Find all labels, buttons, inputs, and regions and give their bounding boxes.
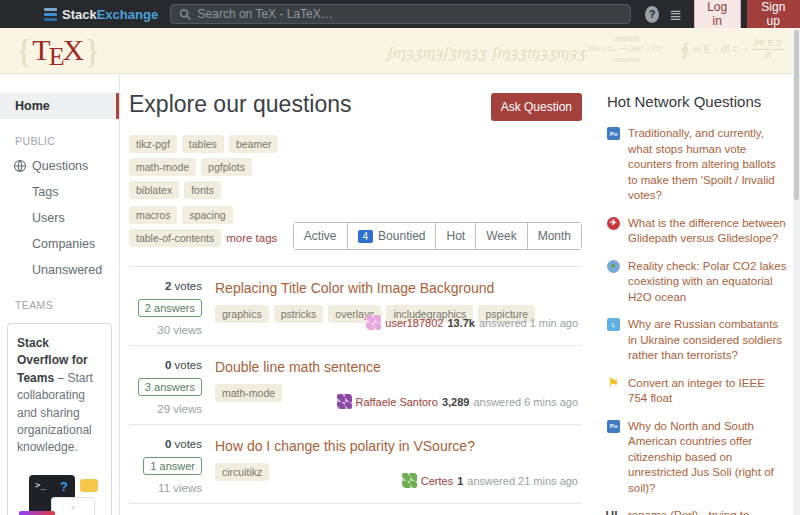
hot-question-item: UL rename (Perl) - trying to renumber a … — [607, 508, 787, 515]
main-column: Explore our questions Ask Question tikz-… — [120, 75, 592, 515]
user-link[interactable]: user187802 — [385, 317, 443, 329]
sidebar-item-unanswered[interactable]: Unanswered — [0, 257, 119, 283]
hot-question-link[interactable]: Why are Russian combatants in Ukraine co… — [628, 317, 787, 364]
question-row: 0 votes 0 answers 24 views Absence of ar… — [129, 504, 582, 515]
header-script-decoration: ʃɱȝʒɱȝʃʒɱȝʒ ʃɱȝʒɱȝʒɱȝʒ — [388, 44, 587, 61]
hot-question-item: ✈ What is the difference between Glidepa… — [607, 216, 787, 247]
hot-network-title: Hot Network Questions — [607, 93, 787, 110]
tex-site-logo[interactable]: {TEX} — [16, 32, 101, 70]
vote-count: 0 votes — [129, 438, 202, 450]
sidebar-item-questions[interactable]: Questions — [0, 153, 119, 179]
filter-week[interactable]: Week — [475, 223, 526, 249]
politics-icon: Po — [607, 420, 620, 433]
hot-question-link[interactable]: What is the difference between Glidepath… — [628, 216, 787, 247]
tag-pill[interactable]: spacing — [182, 206, 232, 224]
tag-pill[interactable]: tables — [182, 135, 224, 153]
user-link[interactable]: Raffaele Santoro — [356, 396, 438, 408]
page-content: Home PUBLIC Questions Tags Users Compani… — [0, 75, 793, 515]
question-attribution: Certes 1 answered 21 mins ago — [402, 473, 578, 488]
user-reputation: 13.7k — [447, 317, 475, 329]
answer-count: 1 answer — [143, 457, 202, 475]
tag-pill[interactable]: circuitikz — [215, 463, 269, 481]
view-count: 29 views — [129, 403, 202, 415]
question-row: 0 votes 1 answer 11 views How do I chang… — [129, 425, 582, 504]
filter-bountied[interactable]: 4Bountied — [347, 223, 436, 249]
sidebar-item-tags[interactable]: Tags — [0, 179, 119, 205]
user-avatar[interactable] — [337, 394, 352, 409]
tag-pill[interactable]: pgfplots — [201, 158, 252, 176]
tag-pill[interactable]: tikz-pgf — [129, 135, 177, 153]
sidebar-section-teams: TEAMS — [0, 283, 119, 317]
filter-month[interactable]: Month — [527, 223, 581, 249]
hot-question-link[interactable]: Traditionally, and currently, what stops… — [628, 126, 787, 204]
vote-count: 0 votes — [129, 359, 202, 371]
checklist-card-icon: ▲ ✓ ▼ — [51, 497, 95, 515]
activity-timestamp: answered 21 mins ago — [467, 475, 578, 487]
hot-question-link[interactable]: Convert an integer to IEEE 754 float — [628, 376, 787, 407]
page-title: Explore our questions — [129, 91, 351, 118]
user-link[interactable]: Certes — [421, 475, 453, 487]
activity-timestamp: answered 6 mins ago — [473, 396, 578, 408]
hot-question-link[interactable]: Why do North and South American countrie… — [628, 419, 787, 497]
question-list: 2 votes 2 answers 30 views Replacing Tit… — [129, 266, 582, 515]
tag-pill[interactable]: fonts — [184, 181, 221, 199]
left-sidebar: Home PUBLIC Questions Tags Users Compani… — [0, 75, 120, 515]
sidebar-item-companies[interactable]: Companies — [0, 231, 119, 257]
tag-row-1: tikz-pgftablesbeamermath-modepgfplotsbib… — [129, 135, 293, 199]
teams-promo-card: Stack Overflow for Teams – Start collabo… — [7, 323, 112, 515]
filter-active[interactable]: Active — [294, 223, 347, 249]
filter-hot[interactable]: Hot — [435, 223, 475, 249]
sidebar-item-label: Unanswered — [32, 263, 102, 277]
view-count: 30 views — [129, 324, 202, 336]
question-title-link[interactable]: Replacing Title Color with Image Backgro… — [215, 280, 578, 297]
teams-illustration: >_ ? ▲ ✓ ▼ Free — [17, 465, 102, 515]
sidebar-item-users[interactable]: Users — [0, 205, 119, 231]
scrollbar-thumb[interactable] — [794, 30, 799, 200]
help-icon[interactable]: ? — [645, 6, 659, 23]
hot-question-link[interactable]: rename (Perl) - trying to renumber a lis… — [628, 508, 787, 515]
hot-list: Po Traditionally, and currently, what st… — [607, 126, 787, 515]
hot-question-link[interactable]: Reality check: Polar CO2 lakes coexistin… — [628, 259, 787, 306]
tag-pill[interactable]: macros — [129, 206, 177, 224]
tag-pill[interactable]: biblatex — [129, 181, 179, 199]
sidebar-item-label: Tags — [32, 185, 58, 199]
top-bar: StackExchange ? ≣ Log in Sign up — [0, 0, 800, 28]
tag-pill[interactable]: math-mode — [215, 384, 282, 402]
aviation-icon: ✈ — [607, 217, 620, 230]
search-icon — [179, 8, 191, 21]
view-count: 11 views — [129, 482, 202, 494]
tag-pill[interactable]: math-mode — [129, 158, 196, 176]
vote-count: 2 votes — [129, 280, 202, 292]
sidebar-item-label: Questions — [32, 159, 88, 173]
politics-icon: Po — [607, 127, 620, 140]
user-avatar[interactable] — [366, 315, 381, 330]
stackexchange-logo[interactable]: StackExchange — [44, 7, 158, 22]
more-tags-link[interactable]: more tags — [226, 232, 277, 244]
question-title-link[interactable]: How do I change this polarity in VSource… — [215, 438, 578, 455]
activity-timestamp: answered 1 min ago — [479, 317, 578, 329]
search-bar[interactable] — [170, 4, 631, 24]
question-title-link[interactable]: Double line math sentence — [215, 359, 578, 376]
question-stats: 0 votes 1 answer 11 views — [129, 438, 215, 494]
sidebar-item-home[interactable]: Home — [0, 93, 119, 119]
search-input[interactable] — [198, 7, 623, 21]
filter-tabs: Active 4Bountied Hot Week Month — [293, 222, 582, 250]
question-attribution: user187802 13.7k answered 1 min ago — [366, 315, 578, 330]
tag-pill[interactable]: beamer — [229, 135, 279, 153]
communities-icon[interactable]: ≣ — [669, 7, 682, 22]
question-stats: 2 votes 2 answers 30 views — [129, 280, 215, 336]
bountied-count-badge: 4 — [358, 230, 374, 243]
tag-pill[interactable]: table-of-contents — [129, 229, 221, 247]
user-avatar[interactable] — [402, 473, 417, 488]
globe-icon — [13, 159, 27, 173]
question-attribution: Raffaele Santoro 3,289 answered 6 mins a… — [337, 394, 578, 409]
tag-pill[interactable]: pstricks — [274, 305, 324, 323]
worldbuilding-icon: ● — [607, 260, 620, 273]
public-nav: Questions Tags Users Companies Unanswere… — [0, 153, 119, 283]
ask-question-button[interactable]: Ask Question — [491, 93, 582, 121]
hot-question-item: ● Reality check: Polar CO2 lakes coexist… — [607, 259, 787, 306]
tag-pill[interactable]: graphics — [215, 305, 269, 323]
hot-question-item: ⚑ Convert an integer to IEEE 754 float — [607, 376, 787, 407]
answer-count: 3 answers — [138, 378, 202, 396]
user-reputation: 3,289 — [442, 396, 470, 408]
